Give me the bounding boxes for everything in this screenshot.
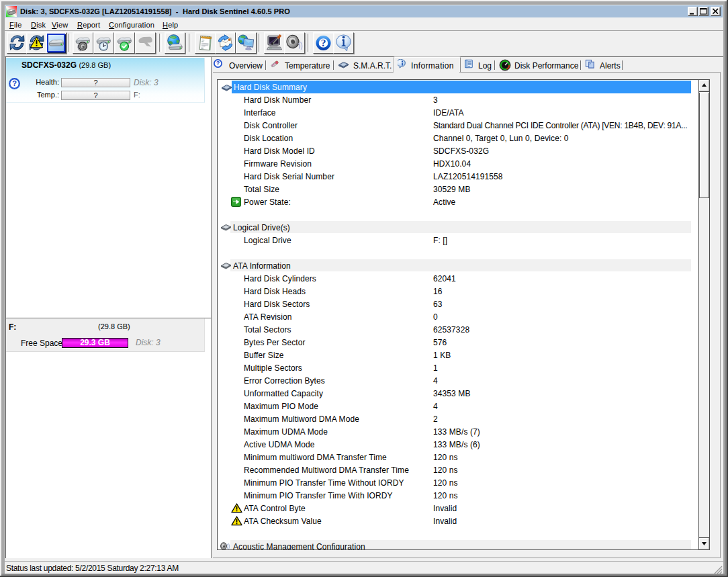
svg-text:?: ? [12,79,17,87]
svg-text:?: ? [216,60,220,66]
svg-text:?: ? [321,37,326,48]
